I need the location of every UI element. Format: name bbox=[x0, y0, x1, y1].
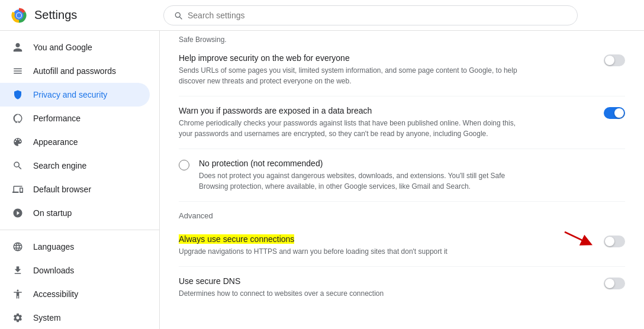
setting-improve-security-desc: Sends URLs of some pages you visit, limi… bbox=[179, 65, 522, 86]
sidebar-label-languages: Languages bbox=[33, 242, 74, 251]
setting-improve-security: Help improve security on the web for eve… bbox=[179, 44, 625, 96]
password-breach-toggle[interactable] bbox=[604, 107, 625, 119]
setting-password-breach: Warn you if passwords are exposed in a d… bbox=[179, 96, 625, 149]
setting-secure-connections-text: Always use secure connections Upgrade na… bbox=[179, 234, 522, 257]
autofill-icon bbox=[12, 65, 24, 77]
sidebar: You and Google Autofill and passwords Pr… bbox=[0, 31, 160, 329]
sidebar-item-privacy-security[interactable]: Privacy and security bbox=[0, 83, 150, 107]
setting-password-breach-text: Warn you if passwords are exposed in a d… bbox=[179, 106, 522, 139]
setting-improve-security-title: Help improve security on the web for eve… bbox=[179, 53, 522, 63]
setting-improve-security-info: Help improve security on the web for eve… bbox=[179, 53, 522, 86]
top-text: Safe Browsing. bbox=[179, 31, 625, 44]
setting-password-breach-info: Warn you if passwords are exposed in a d… bbox=[179, 106, 522, 139]
setting-secure-dns-desc: Determines how to connect to websites ov… bbox=[179, 288, 522, 299]
sidebar-item-downloads[interactable]: Downloads bbox=[0, 259, 150, 282]
sidebar-label-you-and-google: You and Google bbox=[33, 43, 92, 52]
search-engine-icon bbox=[12, 160, 24, 172]
search-bar[interactable] bbox=[163, 5, 578, 25]
setting-no-protection-desc: Does not protect you against dangerous w… bbox=[199, 170, 522, 192]
secure-connections-toggle[interactable] bbox=[604, 236, 625, 247]
red-arrow-annotation bbox=[559, 226, 594, 250]
system-icon bbox=[12, 312, 24, 324]
sidebar-label-downloads: Downloads bbox=[33, 266, 74, 275]
chrome-logo bbox=[9, 6, 28, 25]
password-breach-toggle-knob bbox=[614, 108, 624, 118]
improve-security-toggle[interactable] bbox=[604, 54, 625, 66]
header: Settings bbox=[0, 0, 644, 31]
sidebar-item-accessibility[interactable]: Accessibility bbox=[0, 282, 150, 306]
setting-no-protection: No protection (not recommended) Does not… bbox=[179, 149, 625, 202]
downloads-icon bbox=[12, 265, 24, 276]
browser-icon bbox=[12, 183, 24, 195]
content-area: Safe Browsing. Help improve security on … bbox=[160, 31, 644, 329]
sidebar-label-search-engine: Search engine bbox=[33, 161, 86, 170]
setting-improve-security-text: Help improve security on the web for eve… bbox=[179, 53, 522, 86]
setting-no-protection-text: No protection (not recommended) Does not… bbox=[199, 159, 522, 192]
languages-icon bbox=[12, 241, 24, 253]
sidebar-item-you-and-google[interactable]: You and Google bbox=[0, 36, 150, 59]
secure-dns-toggle-container bbox=[604, 278, 625, 289]
secure-connections-toggle-container bbox=[604, 236, 625, 247]
main-layout: You and Google Autofill and passwords Pr… bbox=[0, 31, 644, 329]
svg-line-5 bbox=[565, 232, 587, 243]
startup-icon bbox=[12, 207, 24, 219]
search-icon bbox=[173, 11, 183, 20]
secure-dns-toggle-knob bbox=[605, 279, 614, 288]
logo-area: Settings bbox=[9, 6, 163, 25]
setting-secure-dns: Use secure DNS Determines how to connect… bbox=[179, 267, 625, 308]
sidebar-item-autofill[interactable]: Autofill and passwords bbox=[0, 59, 150, 83]
sidebar-item-on-startup[interactable]: On startup bbox=[0, 201, 150, 225]
setting-secure-dns-info: Use secure DNS Determines how to connect… bbox=[179, 276, 522, 299]
setting-no-protection-info: No protection (not recommended) Does not… bbox=[179, 159, 522, 192]
sidebar-label-appearance: Appearance bbox=[33, 137, 78, 147]
shield-icon bbox=[12, 89, 24, 101]
sidebar-label-accessibility: Accessibility bbox=[33, 289, 78, 299]
sidebar-item-appearance[interactable]: Appearance bbox=[0, 130, 150, 154]
improve-security-toggle-knob bbox=[605, 56, 614, 65]
advanced-section-header: Advanced bbox=[179, 202, 625, 225]
sidebar-label-default-browser: Default browser bbox=[33, 185, 91, 194]
secure-connections-toggle-knob bbox=[605, 237, 614, 246]
search-input[interactable] bbox=[188, 11, 568, 20]
sidebar-item-performance[interactable]: Performance bbox=[0, 107, 150, 130]
setting-password-breach-desc: Chrome periodically checks your password… bbox=[179, 118, 522, 139]
highlighted-title: Always use secure connections bbox=[179, 234, 294, 244]
sidebar-label-system: System bbox=[33, 313, 61, 322]
secure-dns-toggle[interactable] bbox=[604, 278, 625, 289]
accessibility-icon bbox=[12, 288, 24, 300]
setting-no-protection-title: No protection (not recommended) bbox=[199, 159, 522, 168]
palette-icon bbox=[12, 136, 24, 148]
setting-secure-connections-desc: Upgrade navigations to HTTPS and warn yo… bbox=[179, 246, 522, 257]
sidebar-label-performance: Performance bbox=[33, 114, 80, 123]
setting-secure-connections: Always use secure connections Upgrade na… bbox=[179, 225, 625, 267]
sidebar-item-languages[interactable]: Languages bbox=[0, 235, 150, 259]
sidebar-item-search-engine[interactable]: Search engine bbox=[0, 154, 150, 178]
setting-secure-connections-title: Always use secure connections bbox=[179, 234, 522, 244]
performance-icon bbox=[12, 112, 24, 124]
svg-point-4 bbox=[17, 13, 21, 18]
no-protection-radio[interactable] bbox=[179, 160, 189, 170]
setting-secure-connections-info: Always use secure connections Upgrade na… bbox=[179, 234, 522, 257]
sidebar-label-privacy-security: Privacy and security bbox=[33, 90, 107, 99]
setting-secure-dns-title: Use secure DNS bbox=[179, 276, 522, 286]
setting-password-breach-title: Warn you if passwords are exposed in a d… bbox=[179, 106, 522, 115]
setting-secure-dns-text: Use secure DNS Determines how to connect… bbox=[179, 276, 522, 299]
sidebar-item-system[interactable]: System bbox=[0, 306, 150, 329]
sidebar-item-default-browser[interactable]: Default browser bbox=[0, 178, 150, 201]
improve-security-toggle-container bbox=[604, 54, 625, 66]
app-title: Settings bbox=[34, 8, 77, 22]
sidebar-label-on-startup: On startup bbox=[33, 208, 72, 218]
sidebar-divider bbox=[0, 230, 159, 230]
password-breach-toggle-container bbox=[604, 107, 625, 119]
person-icon bbox=[12, 41, 24, 53]
sidebar-label-autofill: Autofill and passwords bbox=[33, 66, 116, 76]
